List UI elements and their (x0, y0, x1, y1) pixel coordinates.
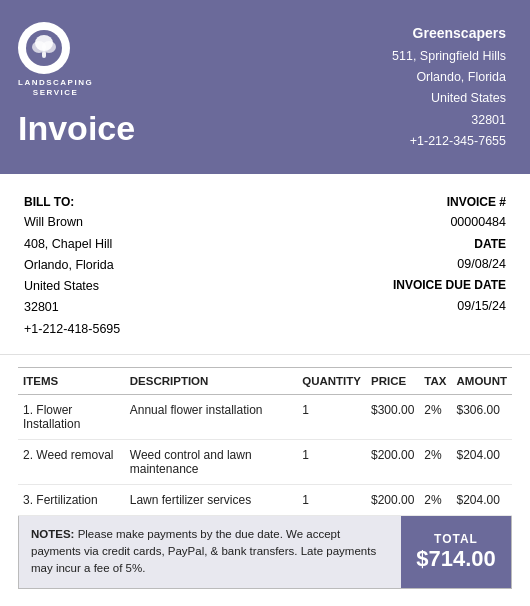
total-amount: $714.00 (416, 546, 496, 572)
invoice-date: 09/08/24 (393, 254, 506, 275)
cell-quantity: 1 (297, 484, 366, 515)
cell-description: Weed control and lawn maintenance (125, 439, 297, 484)
company-country: United States (392, 88, 506, 109)
company-address1: 511, Springfield Hills (392, 46, 506, 67)
col-tax: TAX (419, 367, 451, 394)
col-amount: AMOUNT (452, 367, 512, 394)
cell-tax: 2% (419, 439, 451, 484)
company-zip: 32801 (392, 110, 506, 131)
invoice-document: LANDSCAPINGSERVICE Invoice Greenscapers … (0, 0, 530, 606)
cell-price: $300.00 (366, 394, 419, 439)
table-header-row: ITEMS DESCRIPTION QUANTITY PRICE TAX AMO… (18, 367, 512, 394)
cell-item: 1. Flower Installation (18, 394, 125, 439)
customer-address2: Orlando, Florida (24, 255, 120, 276)
cell-amount: $306.00 (452, 394, 512, 439)
cell-description: Lawn fertilizer services (125, 484, 297, 515)
cell-quantity: 1 (297, 394, 366, 439)
customer-phone: +1-212-418-5695 (24, 319, 120, 340)
items-table-section: ITEMS DESCRIPTION QUANTITY PRICE TAX AMO… (0, 355, 530, 516)
customer-name: Will Brown (24, 212, 120, 233)
items-table: ITEMS DESCRIPTION QUANTITY PRICE TAX AMO… (18, 367, 512, 516)
notes-label: NOTES: (31, 528, 74, 540)
col-items: ITEMS (18, 367, 125, 394)
billing-section: BILL TO: Will Brown 408, Chapel Hill Orl… (0, 174, 530, 355)
cell-description: Annual flower installation (125, 394, 297, 439)
customer-zip: 32801 (24, 297, 120, 318)
company-logo (18, 22, 70, 74)
col-price: PRICE (366, 367, 419, 394)
cell-quantity: 1 (297, 439, 366, 484)
total-section: TOTAL $714.00 (401, 516, 511, 588)
company-phone: +1-212-345-7655 (392, 131, 506, 152)
company-info: Greenscapers 511, Springfield Hills Orla… (392, 22, 506, 152)
cell-price: $200.00 (366, 439, 419, 484)
cell-tax: 2% (419, 484, 451, 515)
svg-rect-4 (42, 51, 46, 58)
cell-amount: $204.00 (452, 439, 512, 484)
company-name: Greenscapers (392, 22, 506, 46)
due-date-label: INVOICE DUE DATE (393, 275, 506, 295)
table-row: 2. Weed removal Weed control and lawn ma… (18, 439, 512, 484)
customer-address1: 408, Chapel Hill (24, 234, 120, 255)
logo-label: LANDSCAPINGSERVICE (18, 78, 93, 99)
bill-to-label: BILL TO: (24, 192, 120, 212)
cell-item: 2. Weed removal (18, 439, 125, 484)
cell-amount: $204.00 (452, 484, 512, 515)
col-quantity: QUANTITY (297, 367, 366, 394)
logo-icon (25, 29, 63, 67)
company-address2: Orlando, Florida (392, 67, 506, 88)
cell-price: $200.00 (366, 484, 419, 515)
invoice-header: LANDSCAPINGSERVICE Invoice Greenscapers … (0, 0, 530, 174)
col-description: DESCRIPTION (125, 367, 297, 394)
header-left: LANDSCAPINGSERVICE Invoice (18, 22, 135, 148)
table-row: 1. Flower Installation Annual flower ins… (18, 394, 512, 439)
cell-item: 3. Fertilization (18, 484, 125, 515)
invoice-due-date: 09/15/24 (393, 296, 506, 317)
customer-country: United States (24, 276, 120, 297)
invoice-footer: NOTES: Please make payments by the due d… (18, 516, 512, 589)
notes-section: NOTES: Please make payments by the due d… (19, 516, 401, 588)
total-label: TOTAL (434, 532, 478, 546)
invoice-number: 00000484 (393, 212, 506, 233)
table-row: 3. Fertilization Lawn fertilizer service… (18, 484, 512, 515)
invoice-title: Invoice (18, 109, 135, 148)
bill-to-block: BILL TO: Will Brown 408, Chapel Hill Orl… (24, 192, 120, 340)
invoice-number-label: INVOICE # (393, 192, 506, 212)
invoice-meta-block: INVOICE # 00000484 DATE 09/08/24 INVOICE… (393, 192, 506, 340)
cell-tax: 2% (419, 394, 451, 439)
date-label: DATE (393, 234, 506, 254)
notes-text: Please make payments by the due date. We… (31, 528, 376, 575)
